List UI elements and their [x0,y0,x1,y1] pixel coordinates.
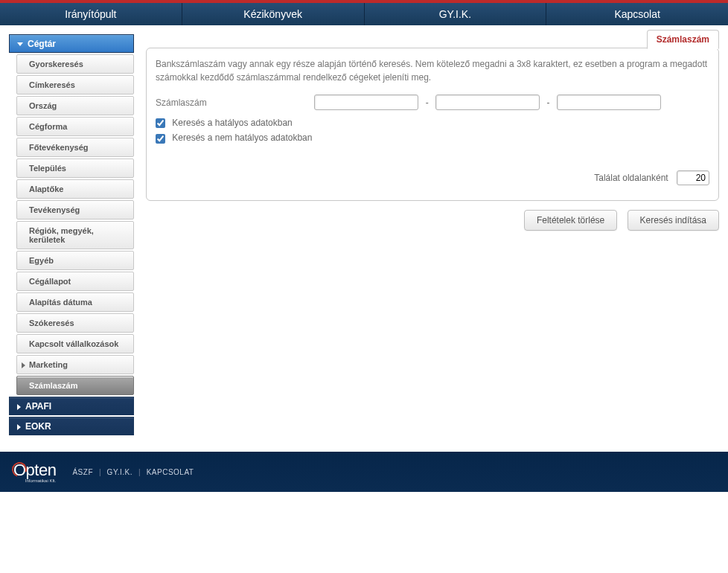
search-button[interactable]: Keresés indítása [628,210,719,231]
sidebar-item-label: Marketing [29,360,68,369]
sidebar-item-telepules[interactable]: Település [16,159,134,178]
sidebar-item-kapcsolt[interactable]: Kapcsolt vállalkozások [16,334,134,353]
panel-tab-szamlaszam[interactable]: Számlaszám [647,30,719,49]
sidebar-item-szamlaszam[interactable]: Számlaszám [16,376,134,395]
sidebar-item-marketing[interactable]: Marketing [16,355,134,374]
check-nem-hatalyos-row: Keresés a nem hatályos adatokban [156,132,709,143]
sidebar-item-cegallapot[interactable]: Cégállapot [16,272,134,291]
footer-link-gyik[interactable]: GY.I.K. [107,468,132,476]
footer: Opten Informatikai Kft. ÁSZF | GY.I.K. |… [0,452,728,492]
check-hatalyos[interactable] [156,118,165,128]
separator: - [426,97,429,108]
sidebar-item-cimkereses[interactable]: Címkeresés [16,75,134,95]
chevron-down-icon [17,42,23,46]
results-per-page-input[interactable] [677,170,709,185]
nav-contact[interactable]: Kapcsolat [546,3,728,25]
nav-dashboard[interactable]: Irányítópult [0,3,182,25]
chevron-right-icon [17,404,21,410]
nav-manuals[interactable]: Kézikönyvek [182,3,365,25]
actions-row: Feltételek törlése Keresés indítása [146,210,719,231]
check-hatalyos-label: Keresés a hatályos adatokban [172,118,292,128]
footer-link-kapcsolat[interactable]: KAPCSOLAT [147,468,194,476]
sidebar-group-label: APAFI [25,401,51,412]
sidebar-item-alapitas[interactable]: Alapítás dátuma [16,292,134,312]
sidebar-group-eokr[interactable]: EOKR [9,417,134,435]
sidebar: Cégtár Gyorskeresés Címkeresés Ország Cé… [9,34,134,437]
footer-separator: | [99,468,101,476]
sidebar-item-orszag[interactable]: Ország [16,96,134,115]
sidebar-item-regiok[interactable]: Régiók, megyék, kerületek [16,221,134,249]
sidebar-item-cegforma[interactable]: Cégforma [16,117,134,136]
sidebar-item-tevekenyseg[interactable]: Tevékenység [16,200,134,220]
sidebar-group-label: Cégtár [28,39,56,49]
chevron-right-icon [22,362,25,368]
sidebar-item-szokereses[interactable]: Szókeresés [16,313,134,333]
sidebar-item-egyeb[interactable]: Egyéb [16,251,134,270]
content: Számlaszám Bankszámlaszám vagy annak egy… [146,34,719,231]
results-per-page-row: Találat oldalanként [156,170,709,185]
account-number-row: Számlaszám - - [156,95,709,110]
sidebar-group-apafi[interactable]: APAFI [9,397,134,415]
search-panel: Számlaszám Bankszámlaszám vagy annak egy… [146,48,719,201]
results-per-page-label: Találat oldalanként [594,173,668,183]
account-part-3-input[interactable] [557,95,661,110]
sidebar-item-fotevekenyseg[interactable]: Főtevékenység [16,138,134,157]
footer-link-aszf[interactable]: ÁSZF [72,468,93,476]
footer-separator: | [138,468,141,476]
account-number-label: Számlaszám [156,97,312,108]
check-nem-hatalyos-label: Keresés a nem hatályos adatokban [172,132,312,143]
main-nav: Irányítópult Kézikönyvek GY.I.K. Kapcsol… [0,3,728,25]
sidebar-item-gyorskereses[interactable]: Gyorskeresés [16,54,134,74]
sidebar-group-label: EOKR [25,421,51,432]
account-part-1-input[interactable] [314,95,418,110]
footer-logo[interactable]: Opten Informatikai Kft. [13,461,62,483]
panel-description: Bankszámlaszám vagy annak egy része alap… [156,57,709,84]
clear-button[interactable]: Feltételek törlése [524,210,617,231]
account-part-2-input[interactable] [435,95,540,110]
check-nem-hatalyos[interactable] [156,134,165,144]
nav-faq[interactable]: GY.I.K. [365,3,547,25]
separator: - [546,97,549,108]
chevron-right-icon [17,424,21,430]
sidebar-item-alaptoke[interactable]: Alaptőke [16,179,134,199]
check-hatalyos-row: Keresés a hatályos adatokban [156,118,709,128]
sidebar-group-cegtar[interactable]: Cégtár [9,34,134,53]
